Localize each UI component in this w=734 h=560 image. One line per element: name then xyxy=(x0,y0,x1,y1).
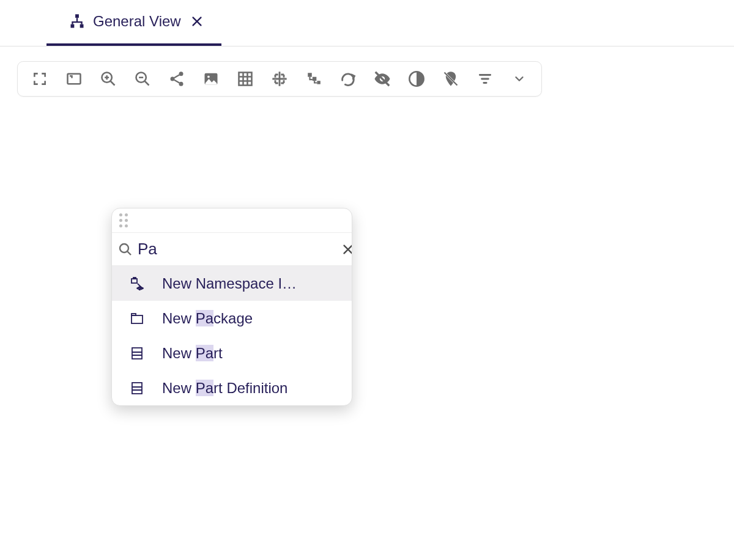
svg-point-7 xyxy=(179,72,184,76)
svg-rect-23 xyxy=(132,348,142,359)
palette-item-package[interactable]: New Package xyxy=(112,301,352,336)
drag-dots-icon xyxy=(119,213,128,227)
fit-screen-icon[interactable] xyxy=(64,69,84,89)
tab-general-view[interactable]: General View xyxy=(46,0,221,46)
palette-search-input[interactable] xyxy=(133,240,341,259)
close-icon[interactable] xyxy=(188,13,206,30)
tabbar: General View xyxy=(0,0,734,46)
palette-item-label: New Package xyxy=(162,310,253,327)
svg-rect-19 xyxy=(133,278,136,279)
folder-icon xyxy=(129,311,145,326)
fullscreen-icon[interactable] xyxy=(30,69,50,89)
creation-palette: </> New Namespace I… New Package New xyxy=(111,208,352,406)
palette-item-part-definition[interactable]: New Part Definition xyxy=(112,370,352,405)
svg-rect-0 xyxy=(75,14,79,18)
palette-item-label: New Namespace I… xyxy=(162,275,297,292)
palette-results: </> New Namespace I… New Package New xyxy=(112,266,352,405)
snap-icon[interactable] xyxy=(270,69,289,89)
pin-off-icon[interactable] xyxy=(441,69,461,89)
palette-item-namespace[interactable]: </> New Namespace I… xyxy=(112,266,352,301)
image-icon[interactable] xyxy=(201,69,221,89)
svg-point-10 xyxy=(207,76,210,78)
svg-point-6 xyxy=(171,77,175,81)
svg-point-17 xyxy=(120,244,128,252)
palette-item-label: New Part Definition xyxy=(162,380,287,397)
svg-rect-2 xyxy=(80,24,84,28)
svg-rect-22 xyxy=(132,314,136,315)
tab-label: General View xyxy=(93,13,181,30)
palette-item-label: New Part xyxy=(162,345,223,362)
redo-icon[interactable] xyxy=(338,69,358,89)
svg-point-8 xyxy=(179,82,184,86)
svg-rect-14 xyxy=(317,81,320,84)
toolbar xyxy=(17,61,542,97)
namespace-icon: </> xyxy=(129,276,145,292)
palette-search-row xyxy=(112,233,352,266)
search-icon xyxy=(118,241,133,258)
zoom-out-icon[interactable] xyxy=(133,69,152,89)
svg-rect-1 xyxy=(71,24,75,28)
svg-rect-11 xyxy=(239,73,252,86)
toolbar-container xyxy=(0,46,734,111)
zoom-in-icon[interactable] xyxy=(98,69,118,89)
svg-text:</>: </> xyxy=(137,286,143,290)
palette-drag-handle[interactable] xyxy=(112,208,352,233)
svg-rect-3 xyxy=(68,74,81,84)
share-icon[interactable] xyxy=(167,69,187,89)
clear-icon[interactable] xyxy=(341,238,352,260)
svg-rect-13 xyxy=(313,77,316,81)
sitemap-icon xyxy=(69,13,86,30)
svg-rect-18 xyxy=(132,279,137,283)
part-icon xyxy=(129,345,145,361)
svg-rect-21 xyxy=(132,315,143,323)
visibility-off-icon[interactable] xyxy=(373,69,392,89)
filter-icon[interactable] xyxy=(475,69,495,89)
chevron-down-icon[interactable] xyxy=(510,69,529,89)
grid-icon[interactable] xyxy=(235,69,255,89)
svg-rect-24 xyxy=(132,383,142,394)
part-icon xyxy=(129,380,145,396)
tree-icon[interactable] xyxy=(304,69,324,89)
palette-item-part[interactable]: New Part xyxy=(112,336,352,370)
svg-rect-12 xyxy=(308,73,312,77)
contrast-icon[interactable] xyxy=(407,69,426,89)
